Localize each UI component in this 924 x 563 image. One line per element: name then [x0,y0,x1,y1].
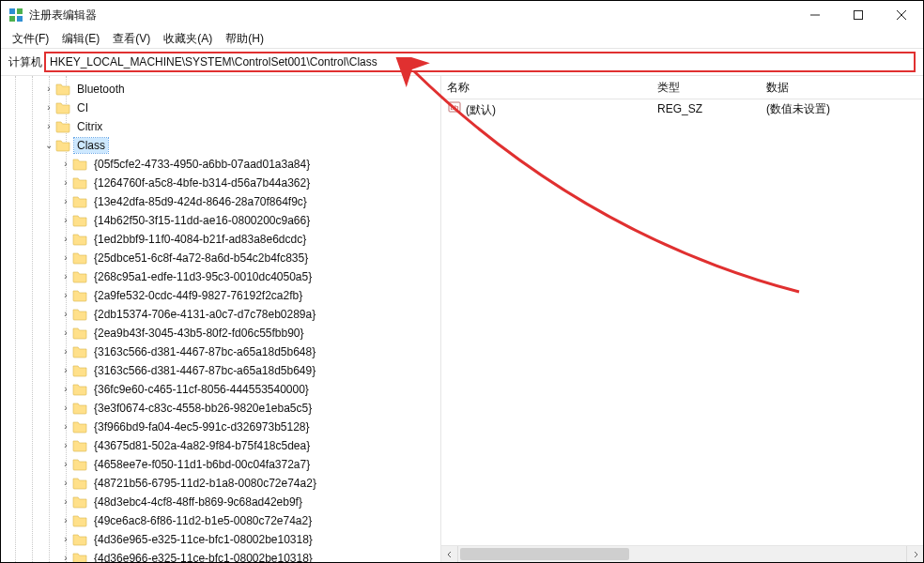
tree-item-label: {2a9fe532-0cdc-44f9-9827-76192f2ca2fb} [91,288,305,303]
list-body[interactable]: ab(默认)REG_SZ(数值未设置) [441,99,923,545]
tree-item-label: {2ea9b43f-3045-43b5-80f2-fd06c55fbb90} [91,326,307,341]
chevron-right-icon[interactable]: › [42,99,55,117]
chevron-right-icon[interactable]: › [42,80,55,99]
chevron-right-icon[interactable]: › [59,286,72,305]
chevron-right-icon[interactable]: › [59,155,72,174]
tree-item[interactable]: ›{4d36e966-e325-11ce-bfc1-08002be10318} [1,549,440,562]
tree-item[interactable]: ›{2a9fe532-0cdc-44f9-9827-76192f2ca2fb} [1,286,440,305]
chevron-right-icon[interactable]: › [59,305,72,324]
chevron-right-icon[interactable]: › [42,117,55,136]
tree-item[interactable]: ›{2ea9b43f-3045-43b5-80f2-fd06c55fbb90} [1,324,440,342]
chevron-right-icon[interactable]: › [59,249,72,267]
folder-icon [72,307,87,322]
chevron-right-icon[interactable]: › [59,192,72,211]
tree-item-label: {4d36e966-e325-11ce-bfc1-08002be10318} [91,551,316,562]
tree-item[interactable]: ›{05f5cfe2-4733-4950-a6bb-07aad01a3a84} [1,155,440,174]
tree-item[interactable]: ›{4d36e965-e325-11ce-bfc1-08002be10318} [1,530,440,549]
tree-item-label: Class [74,138,108,153]
tree-item[interactable]: ›{36fc9e60-c465-11cf-8056-444553540000} [1,380,440,399]
chevron-down-icon[interactable]: ⌄ [42,136,55,155]
scrollbar-thumb[interactable] [460,548,629,560]
chevron-right-icon[interactable]: › [59,493,72,511]
chevron-right-icon[interactable]: › [59,511,72,530]
svg-text:ab: ab [451,103,459,112]
tree-item[interactable]: ›{48d3ebc4-4cf8-48ff-b869-9c68ad42eb9f} [1,493,440,511]
tree-item[interactable]: ›{3f966bd9-fa04-4ec5-991c-d326973b5128} [1,418,440,436]
tree-pane[interactable]: ›Bluetooth›CI›Citrix⌄Class›{05f5cfe2-473… [1,76,441,562]
folder-icon [72,288,87,303]
chevron-right-icon[interactable]: › [59,436,72,455]
scroll-right-button[interactable] [906,546,923,562]
folder-icon [72,457,87,472]
cell-data: (数值未设置) [761,101,923,117]
tree-item[interactable]: ›CI [1,99,440,117]
chevron-right-icon[interactable]: › [59,211,72,230]
tree-item-label: {05f5cfe2-4733-4950-a6bb-07aad01a3a84} [91,157,313,172]
tree-item-label: {2db15374-706e-4131-a0c7-d7c78eb0289a} [91,307,318,322]
chevron-right-icon[interactable]: › [59,267,72,286]
chevron-right-icon[interactable]: › [59,361,72,380]
menu-item[interactable]: 编辑(E) [58,30,103,48]
tree-item-label: {3e3f0674-c83c-4558-bb26-9820e1eba5c5} [91,401,315,416]
address-path[interactable]: HKEY_LOCAL_MACHINE\SYSTEM\ControlSet001\… [44,52,916,72]
folder-icon [72,382,87,397]
chevron-right-icon[interactable]: › [59,380,72,399]
chevron-right-icon[interactable]: › [59,342,72,361]
tree-item-label: {13e42dfa-85d9-424d-8646-28a70f864f9c} [91,194,310,209]
tree-item-selected[interactable]: ⌄Class [1,136,440,155]
string-value-icon: ab [447,99,462,114]
chevron-right-icon[interactable]: › [59,549,72,562]
folder-icon [72,551,87,562]
svg-rect-1 [17,8,23,14]
column-header-name[interactable]: 名称 [441,80,652,96]
close-button[interactable] [880,1,923,29]
address-root[interactable]: 计算机 [8,53,42,72]
list-row[interactable]: ab(默认)REG_SZ(数值未设置) [441,99,923,118]
tree-item[interactable]: ›{2db15374-706e-4131-a0c7-d7c78eb0289a} [1,305,440,324]
column-header-data[interactable]: 数据 [761,80,923,96]
tree-item[interactable]: ›{13e42dfa-85d9-424d-8646-28a70f864f9c} [1,192,440,211]
tree-item[interactable]: ›Citrix [1,117,440,136]
chevron-right-icon[interactable]: › [59,455,72,474]
scroll-left-button[interactable] [441,546,458,562]
column-header-type[interactable]: 类型 [652,80,761,96]
tree-item[interactable]: ›{1264760f-a5c8-4bfe-b314-d56a7b44a362} [1,174,440,192]
tree-item[interactable]: ›{3e3f0674-c83c-4558-bb26-9820e1eba5c5} [1,399,440,418]
menu-item[interactable]: 收藏夹(A) [160,30,216,48]
minimize-button[interactable] [793,1,837,29]
tree-item[interactable]: ›{3163c566-d381-4467-87bc-a65a18d5b649} [1,361,440,380]
svg-rect-3 [17,16,23,22]
folder-icon [72,326,87,341]
folder-icon [72,401,87,416]
chevron-right-icon[interactable]: › [59,399,72,418]
horizontal-scrollbar[interactable] [441,545,923,562]
menu-item[interactable]: 文件(F) [8,30,53,48]
menu-item[interactable]: 查看(V) [109,30,154,48]
tree-item[interactable]: ›{3163c566-d381-4467-87bc-a65a18d5b648} [1,342,440,361]
tree-item[interactable]: ›{4658ee7e-f050-11d1-b6bd-00c04fa372a7} [1,455,440,474]
folder-icon [72,194,87,209]
chevron-right-icon[interactable]: › [59,324,72,342]
chevron-right-icon[interactable]: › [59,418,72,436]
folder-icon [72,513,87,528]
menu-item[interactable]: 帮助(H) [222,30,268,48]
svg-rect-2 [9,16,15,22]
app-window: 注册表编辑器 文件(F)编辑(E)查看(V)收藏夹(A)帮助(H) 计算机 HK… [0,0,924,563]
tree-item-label: {14b62f50-3f15-11dd-ae16-0800200c9a66} [91,213,313,228]
tree-item[interactable]: ›{43675d81-502a-4a82-9f84-b75f418c5dea} [1,436,440,455]
tree-item[interactable]: ›{49ce6ac8-6f86-11d2-b1e5-0080c72e74a2} [1,511,440,530]
tree-item[interactable]: ›{1ed2bbf9-11f0-4084-b21f-ad83a8e6dcdc} [1,230,440,249]
maximize-button[interactable] [837,1,880,29]
chevron-right-icon[interactable]: › [59,174,72,192]
tree-item[interactable]: ›{14b62f50-3f15-11dd-ae16-0800200c9a66} [1,211,440,230]
tree-item-label: CI [74,100,91,115]
chevron-right-icon[interactable]: › [59,230,72,249]
chevron-right-icon[interactable]: › [59,530,72,549]
list-header: 名称 类型 数据 [441,76,923,99]
tree-item[interactable]: ›{268c95a1-edfe-11d3-95c3-0010dc4050a5} [1,267,440,286]
tree-item[interactable]: ›Bluetooth [1,80,440,99]
chevron-right-icon[interactable]: › [59,474,72,493]
tree-item[interactable]: ›{48721b56-6795-11d2-b1a8-0080c72e74a2} [1,474,440,493]
tree-item[interactable]: ›{25dbce51-6c8f-4a72-8a6d-b54c2b4fc835} [1,249,440,267]
tree-item-label: {48d3ebc4-4cf8-48ff-b869-9c68ad42eb9f} [91,495,305,510]
